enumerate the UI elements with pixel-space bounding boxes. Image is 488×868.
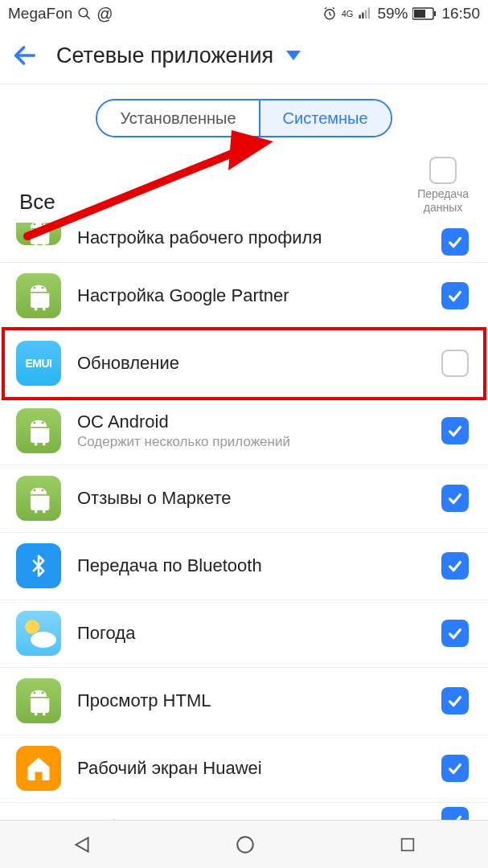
nav-home-button[interactable] xyxy=(235,834,256,855)
app-checkbox-checked[interactable] xyxy=(441,282,469,309)
network-type: 4G xyxy=(342,10,354,18)
svg-rect-9 xyxy=(365,10,367,19)
svg-line-5 xyxy=(325,8,326,10)
svg-point-22 xyxy=(34,422,36,424)
app-checkbox-checked[interactable] xyxy=(441,485,469,512)
svg-rect-10 xyxy=(368,8,370,19)
dropdown-icon[interactable] xyxy=(286,51,301,60)
app-text: Просмотр HTML xyxy=(77,690,441,711)
at-icon: @ xyxy=(96,5,113,23)
app-label: Настройка Google Partner xyxy=(77,285,441,306)
app-checkbox-checked[interactable] xyxy=(441,755,469,782)
page-title: Сетевые приложения xyxy=(56,43,273,68)
emui-icon: EMUI xyxy=(16,341,61,386)
app-label: Погода xyxy=(77,623,441,644)
svg-rect-8 xyxy=(363,13,364,19)
app-sublabel: Содержит несколько приложений xyxy=(77,434,441,450)
bluetooth-icon xyxy=(16,543,61,588)
svg-rect-7 xyxy=(359,15,361,19)
svg-point-0 xyxy=(80,8,88,17)
app-row[interactable]: EMUIОбновление xyxy=(0,330,488,398)
tab-group: Установленные Системные xyxy=(96,99,392,137)
svg-rect-32 xyxy=(402,838,414,850)
tab-installed[interactable]: Установленные xyxy=(97,100,260,136)
app-row[interactable]: Разблокировка Журнал xyxy=(0,803,488,820)
nav-back-button[interactable] xyxy=(72,834,92,855)
navigation-bar xyxy=(0,820,488,868)
android-icon xyxy=(16,408,61,453)
svg-line-4 xyxy=(330,14,331,16)
app-row[interactable]: Настройка Google Partner xyxy=(0,263,488,330)
app-list[interactable]: Настройка рабочего профиляНастройка Goog… xyxy=(0,223,488,820)
svg-point-29 xyxy=(42,692,44,694)
column-header-data-transfer: Передача данных xyxy=(417,187,469,215)
svg-marker-15 xyxy=(286,51,301,60)
carrier-label: MegaFon xyxy=(8,5,72,23)
app-row[interactable]: Передача по Bluetooth xyxy=(0,533,488,600)
nav-recent-button[interactable] xyxy=(399,836,416,854)
app-checkbox-checked[interactable] xyxy=(441,228,469,256)
app-text: OC AndroidСодержит несколько приложений xyxy=(77,411,441,450)
svg-point-28 xyxy=(34,692,36,694)
svg-point-31 xyxy=(238,837,254,853)
app-label: Рабочий экран Huawei xyxy=(77,758,441,779)
battery-icon xyxy=(412,7,437,20)
tabs-container: Установленные Системные xyxy=(0,84,488,149)
app-row[interactable]: Настройка рабочего профиля xyxy=(0,223,488,263)
app-label: Передача по Bluetooth xyxy=(77,555,441,576)
alarm-icon xyxy=(322,6,337,21)
svg-line-1 xyxy=(87,15,91,19)
battery-percent: 59% xyxy=(377,5,408,23)
svg-line-6 xyxy=(332,8,334,10)
svg-point-24 xyxy=(34,489,36,492)
android-icon xyxy=(16,476,61,521)
app-text: Обновление xyxy=(77,353,441,374)
app-row[interactable]: Просмотр HTML xyxy=(0,668,488,735)
app-row[interactable]: Рабочий экран Huawei xyxy=(0,735,488,803)
app-checkbox-checked[interactable] xyxy=(441,807,469,820)
app-row[interactable]: Погода xyxy=(0,600,488,668)
app-checkbox-checked[interactable] xyxy=(441,552,469,579)
app-checkbox-unchecked[interactable] xyxy=(441,350,469,377)
svg-point-21 xyxy=(42,287,44,289)
app-label: OC Android xyxy=(77,411,441,432)
app-row[interactable]: Отзывы о Маркете xyxy=(0,465,488,533)
status-bar: MegaFon @ 4G 59% 16:50 xyxy=(0,0,488,27)
app-text: Разблокировка Журнал xyxy=(77,817,441,820)
android-icon xyxy=(16,678,61,723)
svg-point-25 xyxy=(42,489,44,492)
app-row[interactable]: OC AndroidСодержит несколько приложений xyxy=(0,398,488,465)
svg-point-18 xyxy=(34,223,36,226)
search-icon xyxy=(77,6,92,21)
select-all-checkbox[interactable] xyxy=(429,157,457,184)
app-checkbox-checked[interactable] xyxy=(441,687,469,714)
all-apps-header-row: Все Передача данных xyxy=(0,149,488,223)
app-label: Отзывы о Маркете xyxy=(77,488,441,509)
svg-point-27 xyxy=(31,632,56,648)
svg-rect-13 xyxy=(434,11,436,16)
app-label: Настройка рабочего профиля xyxy=(77,227,441,248)
app-text: Рабочий экран Huawei xyxy=(77,758,441,779)
app-checkbox-checked[interactable] xyxy=(441,417,469,444)
app-text: Передача по Bluetooth xyxy=(77,555,441,576)
back-arrow-icon[interactable] xyxy=(11,42,39,69)
app-text: Погода xyxy=(77,623,441,644)
signal-icon xyxy=(358,6,372,21)
app-text: Настройка рабочего профиля xyxy=(77,235,441,248)
svg-point-19 xyxy=(42,223,44,226)
app-text: Отзывы о Маркете xyxy=(77,488,441,509)
svg-point-26 xyxy=(25,620,39,634)
weather-icon xyxy=(16,611,61,656)
app-checkbox-checked[interactable] xyxy=(441,620,469,647)
all-label: Все xyxy=(19,190,55,215)
android-icon xyxy=(16,273,61,318)
svg-marker-30 xyxy=(76,837,88,851)
svg-point-20 xyxy=(34,287,36,289)
app-label: Просмотр HTML xyxy=(77,690,441,711)
tab-system[interactable]: Системные xyxy=(260,100,391,136)
app-label: Разблокировка Журнал xyxy=(77,817,441,820)
home-icon xyxy=(16,746,61,791)
app-label: Обновление xyxy=(77,353,441,374)
android-icon xyxy=(16,223,61,246)
clock-time: 16:50 xyxy=(441,5,480,23)
